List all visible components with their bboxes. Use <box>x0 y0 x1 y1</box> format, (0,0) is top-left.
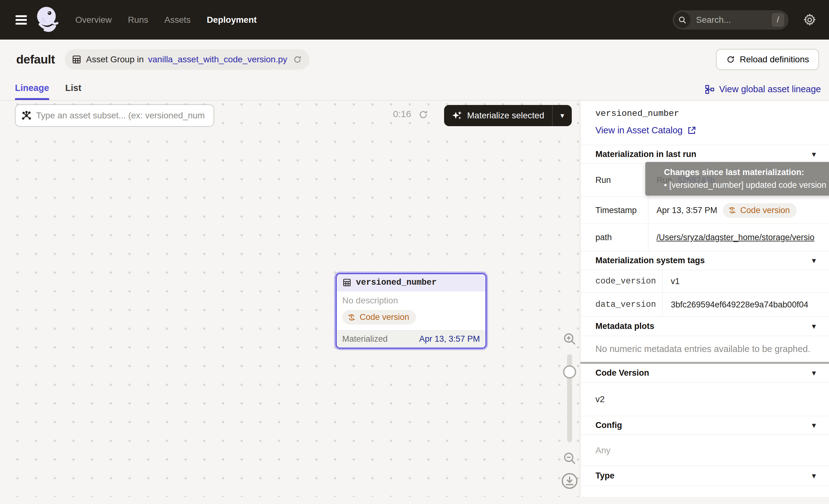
materialized-timestamp[interactable]: Apr 13, 3:57 PM <box>419 334 480 344</box>
section-metadata-plots[interactable]: Metadata plots ▾ <box>580 317 829 336</box>
view-in-asset-catalog-label: View in Asset Catalog <box>596 125 683 136</box>
asset-table-icon <box>342 278 352 287</box>
view-global-asset-lineage-label: View global asset lineage <box>719 84 821 95</box>
materialize-selected-split-button: Materialize selected ▾ <box>444 105 572 126</box>
code-version-value: v1 <box>663 277 829 286</box>
data-version-value: 3bfc269594ef649228e9a74bab00f04 <box>663 300 829 310</box>
refresh-icon[interactable] <box>293 55 302 64</box>
search-icon <box>674 12 690 28</box>
asset-subset-placeholder: Type an asset subset... (ex: versioned_n… <box>36 111 205 120</box>
download-image-icon[interactable] <box>561 472 578 490</box>
section-title: Type <box>596 471 614 481</box>
page-header: default Asset Group in vanilla_asset_wit… <box>0 40 829 76</box>
code-version-changed-tag[interactable]: Code version <box>342 310 416 325</box>
run-label: Run <box>580 164 648 196</box>
asset-node-versioned-number[interactable]: versioned_number No description Code ver… <box>336 273 486 349</box>
zoom-slider-track[interactable] <box>567 354 572 442</box>
primary-nav: Overview Runs Assets Deployment <box>75 15 257 25</box>
section-config[interactable]: Config ▾ <box>580 416 829 435</box>
data-version-key: data_version <box>580 293 663 317</box>
timestamp-label: Timestamp <box>580 197 648 224</box>
caret-down-icon: ▾ <box>812 256 816 265</box>
tab-lineage[interactable]: Lineage <box>15 83 49 100</box>
tooltip-title: Changes since last materialization: <box>664 168 829 177</box>
path-row: path /Users/sryza/dagster_home/storage/v… <box>580 224 829 251</box>
section-title: Code Version <box>596 368 649 378</box>
asset-subset-input[interactable]: Type an asset subset... (ex: versioned_n… <box>15 104 214 127</box>
caret-down-icon: ▾ <box>812 149 816 159</box>
nav-runs[interactable]: Runs <box>128 15 148 25</box>
code-version-changed-icon <box>728 206 736 215</box>
lineage-graph-icon <box>705 84 715 95</box>
reload-icon <box>726 55 735 64</box>
section-materialization-last-run[interactable]: Materialization in last run ▾ <box>580 145 829 164</box>
materialize-dropdown-button[interactable]: ▾ <box>552 105 572 126</box>
dagster-logo-icon <box>36 5 60 35</box>
content-area: Type an asset subset... (ex: versioned_n… <box>0 101 829 497</box>
code-version-tag-label: Code version <box>360 313 409 322</box>
code-version-changed-icon <box>347 313 356 322</box>
section-code-version[interactable]: Code Version ▾ <box>580 364 829 383</box>
search-shortcut-key: / <box>772 13 784 27</box>
view-in-asset-catalog-link[interactable]: View in Asset Catalog <box>596 125 814 136</box>
reload-definitions-button[interactable]: Reload definitions <box>716 49 819 70</box>
code-version-value-block: v2 <box>580 383 829 416</box>
materialize-selected-button[interactable]: Materialize selected <box>444 105 552 126</box>
code-version-changed-tag[interactable]: Code version <box>723 203 797 218</box>
timestamp-value[interactable]: Apr 13, 3:57 PM <box>656 206 717 215</box>
section-type[interactable]: Type ▾ <box>580 466 829 486</box>
nav-assets[interactable]: Assets <box>165 15 190 25</box>
code-version-tag-row: code_version v1 <box>580 270 829 293</box>
section-title: Config <box>596 421 622 430</box>
timestamp-row: Timestamp Apr 13, 3:57 PM Code version <box>580 197 829 224</box>
panel-asset-name: versioned_number <box>596 109 814 118</box>
graph-refresh-icon[interactable] <box>418 109 429 120</box>
section-materialization-system-tags[interactable]: Materialization system tags ▾ <box>580 251 829 270</box>
materialized-status-label: Materialized <box>342 334 388 344</box>
gear-icon[interactable] <box>803 13 817 27</box>
asset-node-footer: Materialized Apr 13, 3:57 PM <box>337 330 485 348</box>
section-title: Materialization system tags <box>596 256 705 265</box>
config-value-block: Any <box>580 435 829 466</box>
external-link-icon <box>687 126 696 135</box>
asset-node-body: No description Code version <box>337 291 485 330</box>
op-selection-icon <box>21 110 32 121</box>
zoom-slider-handle[interactable] <box>563 365 576 379</box>
dagster-logo[interactable] <box>36 5 60 35</box>
caret-down-icon: ▾ <box>812 421 816 430</box>
top-navigation-bar: Overview Runs Assets Deployment Search..… <box>0 0 829 40</box>
caret-down-icon: ▾ <box>812 471 816 481</box>
path-value-link[interactable]: /Users/sryza/dagster_home/storage/versio <box>656 233 814 242</box>
asset-node-header: versioned_number <box>337 274 485 291</box>
breadcrumb-file-link[interactable]: vanilla_asset_with_code_version.py <box>148 55 287 65</box>
caret-down-icon: ▾ <box>812 368 816 378</box>
zoom-out-icon[interactable] <box>563 451 577 465</box>
changes-since-materialization-tooltip: Changes since last materialization: • [v… <box>645 162 829 195</box>
asset-node-description: No description <box>342 296 480 305</box>
lineage-graph-canvas[interactable]: Type an asset subset... (ex: versioned_n… <box>0 101 580 497</box>
tab-list[interactable]: List <box>65 83 82 100</box>
panel-header: versioned_number View in Asset Catalog <box>580 101 829 145</box>
menu-icon[interactable] <box>15 15 27 25</box>
zoom-controls <box>559 332 580 490</box>
reload-definitions-label: Reload definitions <box>740 55 809 65</box>
sparkle-icon <box>452 110 463 121</box>
data-version-tag-row: data_version 3bfc269594ef649228e9a74bab0… <box>580 293 829 317</box>
path-label: path <box>580 224 648 251</box>
search-input[interactable]: Search... / <box>673 10 789 30</box>
section-title: Metadata plots <box>596 321 654 331</box>
view-tabs: Lineage List View global asset lineage <box>0 76 829 101</box>
code-version-key: code_version <box>580 270 663 292</box>
view-global-asset-lineage-link[interactable]: View global asset lineage <box>705 84 821 100</box>
zoom-in-icon[interactable] <box>563 332 577 346</box>
page-title: default <box>16 52 55 66</box>
asset-detail-panel: versioned_number View in Asset Catalog M… <box>580 101 829 497</box>
asset-node-title: versioned_number <box>356 278 437 287</box>
caret-down-icon: ▾ <box>560 111 564 120</box>
breadcrumb-label: Asset Group in <box>86 55 144 65</box>
metadata-plots-empty-message: No numeric metadata entries available to… <box>580 336 829 362</box>
search-placeholder: Search... <box>696 15 772 25</box>
caret-down-icon: ▾ <box>812 321 816 331</box>
nav-overview[interactable]: Overview <box>75 15 112 25</box>
nav-deployment[interactable]: Deployment <box>207 15 257 25</box>
